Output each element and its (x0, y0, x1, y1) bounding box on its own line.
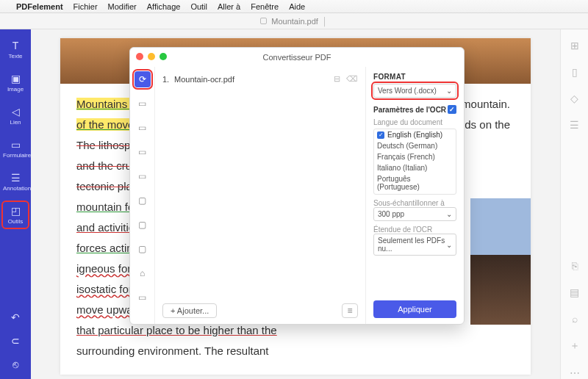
downsample-value: 300 ppp (378, 210, 404, 218)
menu-aller[interactable]: Aller à (218, 2, 240, 11)
file-index: 1. (162, 75, 174, 84)
lang-label: Langue du document (373, 118, 456, 126)
menu-aide[interactable]: Aide (289, 2, 305, 11)
menu-fichier[interactable]: Fichier (74, 2, 98, 11)
range-value: Seulement les PDFs nu... (378, 237, 446, 253)
sidebar-item-image[interactable]: ▣Image (3, 70, 28, 95)
grid-icon[interactable]: ⊞ (570, 40, 579, 51)
tool-other[interactable]: ▭ (135, 289, 151, 306)
doc-line-2a: of the move (76, 118, 134, 131)
ocr-label-text: Paramètres de l'OCR (373, 106, 446, 114)
chevron-down-icon: ⌄ (446, 241, 452, 249)
app-name[interactable]: PDFelement (16, 2, 63, 11)
format-label: FORMAT (373, 73, 456, 81)
converter-dialog: Convertisseur PDF ⟳ ▭ ▭ ▭ ▭ ▢ ▢ ▢ ⌂ ▭ 1.… (129, 47, 465, 325)
language-list[interactable]: ✓English (English) Deutsch (German) Fran… (373, 129, 456, 195)
back-icon: ⊂ (3, 335, 28, 347)
more-icon[interactable]: ⋯ (570, 367, 580, 379)
doc-line-8: forces actin (76, 242, 133, 254)
lang-option-french[interactable]: Français (French) (374, 151, 456, 162)
doc-icon (260, 18, 267, 24)
sidebar-item-formulaire[interactable]: ▭Formulaire (3, 136, 28, 162)
doc-line-4: and the cru (76, 159, 132, 172)
range-select[interactable]: Seulement les PDFs nu... ⌄ (373, 234, 456, 256)
sidebar-back[interactable]: ⊂ (3, 332, 28, 351)
document-tab-name[interactable]: Mountain.pdf (271, 17, 318, 26)
link-icon: ◁ (3, 106, 28, 118)
doc-line-6: mountain fo (76, 201, 134, 213)
doc-line-10: isostatic for (76, 283, 132, 295)
downsample-label: Sous-échantillonner à (373, 199, 456, 207)
add-file-button[interactable]: + Ajouter... (162, 303, 217, 318)
downsample-select[interactable]: 300 ppp ⌄ (373, 207, 456, 221)
lang-option-italian[interactable]: Italiano (Italian) (374, 162, 456, 173)
sidebar-label: Texte (3, 53, 28, 59)
list-icon[interactable]: ☰ (570, 119, 579, 131)
dialog-title: Convertisseur PDF (263, 53, 331, 62)
sidebar-label: Formulaire (3, 152, 28, 159)
lang-option-portuguese[interactable]: Português (Portuguese) (374, 173, 456, 192)
form-icon: ▭ (3, 139, 28, 151)
sidebar-item-texte[interactable]: TTexte (3, 37, 28, 62)
doc-line-12: that particular place to be higher than … (76, 324, 277, 336)
traffic-lights (136, 53, 167, 60)
tool-lock[interactable]: ⌂ (135, 265, 151, 281)
doc-side-image (470, 198, 531, 325)
tools-icon: ◰ (3, 205, 28, 217)
sidebar-bottom: ↶ ⊂ ⎋ (3, 308, 28, 379)
bookmark-icon[interactable]: ◇ (570, 93, 578, 104)
menu-outil[interactable]: Outil (190, 2, 207, 11)
sidebar-item-lien[interactable]: ◁Lien (3, 103, 28, 129)
zoom-icon[interactable] (159, 53, 167, 60)
format-value: Vers Word (.docx) (378, 87, 437, 95)
tab-divider: │ (323, 17, 328, 26)
doc-line-7: and activitie (76, 221, 135, 234)
search-icon[interactable]: ⌕ (572, 313, 578, 325)
sidebar-undo[interactable]: ↶ (3, 308, 28, 328)
lang-option-german[interactable]: Deutsch (German) (374, 140, 456, 151)
tool-excel[interactable]: ▭ (135, 95, 151, 112)
tool-html[interactable]: ▢ (135, 217, 151, 233)
file-list-panel: 1. Mountain-ocr.pdf ⊟ ⌫ + Ajouter... ≡ (155, 67, 365, 324)
page-icon[interactable]: ▯ (572, 66, 578, 78)
list-view-icon[interactable]: ≡ (342, 303, 358, 318)
chevron-down-icon: ⌄ (446, 87, 452, 95)
menu-fenetre[interactable]: Fenêtre (251, 2, 279, 11)
undo-icon: ↶ (3, 311, 28, 323)
doc-line-3: The lithosph (76, 139, 137, 151)
sidebar-item-annotations[interactable]: ☰Annotations (3, 169, 28, 195)
minimize-icon[interactable] (148, 53, 155, 60)
sidebar-item-outils[interactable]: ◰Outils (3, 202, 28, 228)
tool-word[interactable]: ⟳ (135, 71, 151, 87)
tool-rtf[interactable]: ▢ (135, 241, 151, 257)
file-settings-icon[interactable]: ⊟ (334, 74, 340, 84)
sidebar-label: Outils (3, 218, 28, 225)
right-toolbar: ⊞ ▯ ◇ ☰ ⎘ ▤ ⌕ ＋ ⋯ (560, 29, 588, 379)
tool-text[interactable]: ▭ (135, 168, 151, 184)
ocr-enable-checkbox[interactable]: ✓ (448, 105, 456, 114)
format-select[interactable]: Vers Word (.docx) ⌄ (373, 84, 456, 98)
doc-line-1a: Mountains a (76, 98, 137, 110)
text-icon: T (3, 40, 28, 51)
file-row[interactable]: 1. Mountain-ocr.pdf ⊟ ⌫ (162, 74, 358, 84)
tool-image[interactable]: ▭ (135, 144, 151, 160)
sidebar-label: Annotations (3, 185, 28, 192)
apply-button[interactable]: Appliquer (373, 300, 456, 318)
plus-icon[interactable]: ＋ (570, 339, 580, 353)
menu-modifier[interactable]: Modifier (108, 2, 137, 11)
stack-icon[interactable]: ▤ (570, 286, 579, 298)
range-label: Étendue de l'OCR (373, 225, 456, 234)
file-remove-icon[interactable]: ⌫ (346, 74, 358, 84)
tool-ppt[interactable]: ▭ (135, 120, 151, 136)
lang-option-spanish[interactable]: Español (Spanish) (374, 192, 456, 195)
sidebar-user[interactable]: ⎋ (3, 355, 28, 375)
lang-option-english[interactable]: ✓English (English) (374, 129, 456, 140)
macos-menubar: PDFelement Fichier Modifier Affichage Ou… (0, 0, 588, 13)
menu-affichage[interactable]: Affichage (147, 2, 181, 11)
copy-icon[interactable]: ⎘ (572, 260, 578, 272)
close-icon[interactable] (136, 53, 143, 60)
tool-epub[interactable]: ▢ (135, 192, 151, 209)
annotations-icon: ☰ (3, 172, 28, 184)
sidebar-label: Lien (3, 119, 28, 126)
convert-format-tools: ⟳ ▭ ▭ ▭ ▭ ▢ ▢ ▢ ⌂ ▭ (130, 67, 155, 324)
